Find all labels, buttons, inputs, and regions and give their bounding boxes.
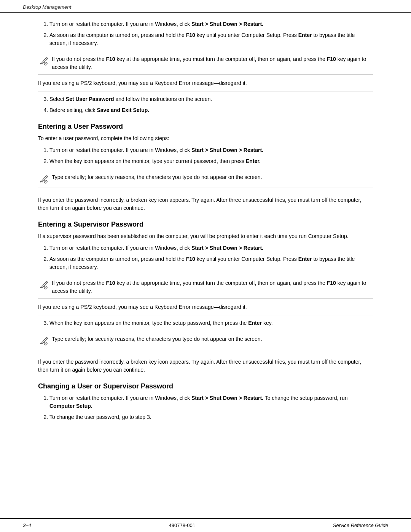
note-icon-3 bbox=[38, 279, 49, 290]
section-heading-1: Entering a User Password bbox=[38, 123, 373, 131]
note-text-4: Type carefully; for security reasons, th… bbox=[52, 335, 262, 343]
section-heading-3: Changing a User or Supervisor Password bbox=[38, 382, 373, 390]
note-icon-4 bbox=[38, 335, 49, 346]
header-bar: Desktop Management bbox=[0, 0, 411, 13]
section2-intro: If a supervisor password has been establ… bbox=[38, 232, 373, 240]
divider-2 bbox=[38, 192, 373, 192]
section2-step3: When the key icon appears on the monitor… bbox=[38, 319, 373, 327]
note-icon bbox=[38, 55, 49, 66]
list-item: Select Set User Password and follow the … bbox=[49, 95, 373, 103]
list-item: To change the user password, go to step … bbox=[49, 413, 373, 421]
note-text-1: If you do not press the F10 key at the a… bbox=[52, 55, 373, 71]
list-item: Turn on or restart the computer. If you … bbox=[49, 20, 373, 28]
note-text-2: Type carefully; for security reasons, th… bbox=[52, 173, 262, 181]
list-item: Before exiting, click Save and Exit Setu… bbox=[49, 106, 373, 114]
list-item: Turn on or restart the computer. If you … bbox=[49, 394, 373, 410]
divider-4 bbox=[38, 354, 373, 354]
list-item: Turn on or restart the computer. If you … bbox=[49, 244, 373, 252]
intro-steps: Turn on or restart the computer. If you … bbox=[38, 20, 373, 47]
footer-bar: 3–4 490778-001 Service Reference Guide bbox=[0, 518, 411, 532]
footer-page-number: 3–4 bbox=[23, 522, 31, 528]
note-icon-2 bbox=[38, 173, 49, 184]
list-item: As soon as the computer is turned on, pr… bbox=[49, 31, 373, 47]
divider-3 bbox=[38, 315, 373, 315]
section-heading-2: Entering a Supervisor Password bbox=[38, 220, 373, 228]
list-item: When the key icon appears on the monitor… bbox=[49, 157, 373, 165]
section2-steps: Turn on or restart the computer. If you … bbox=[38, 244, 373, 271]
list-item: As soon as the computer is turned on, pr… bbox=[49, 255, 373, 271]
section1-steps: Turn on or restart the computer. If you … bbox=[38, 146, 373, 165]
header-title: Desktop Management bbox=[23, 4, 71, 10]
list-item: Turn on or restart the computer. If you … bbox=[49, 146, 373, 154]
list-item: When the key icon appears on the monitor… bbox=[49, 319, 373, 327]
section1-intro: To enter a user password, complete the f… bbox=[38, 134, 373, 142]
section1-warning: If you enter the password incorrectly, a… bbox=[38, 196, 373, 212]
steps-3-4: Select Set User Password and follow the … bbox=[38, 95, 373, 114]
page-container: Desktop Management Turn on or restart th… bbox=[0, 0, 411, 532]
ps2-note-1: If you are using a PS/2 keyboard, you ma… bbox=[38, 79, 373, 87]
note-box-4: Type carefully; for security reasons, th… bbox=[38, 332, 373, 349]
footer-part-number: 490778-001 bbox=[169, 522, 195, 528]
note-box-3: If you do not press the F10 key at the a… bbox=[38, 276, 373, 299]
note-box-2: Type carefully; for security reasons, th… bbox=[38, 170, 373, 187]
note-box-1: If you do not press the F10 key at the a… bbox=[38, 52, 373, 75]
ps2-note-2: If you are using a PS/2 keyboard, you ma… bbox=[38, 303, 373, 311]
divider-1 bbox=[38, 91, 373, 91]
footer-guide-name: Service Reference Guide bbox=[333, 522, 388, 528]
section3-steps: Turn on or restart the computer. If you … bbox=[38, 394, 373, 421]
note-text-3: If you do not press the F10 key at the a… bbox=[52, 279, 373, 295]
section2-warning: If you enter the password incorrectly, a… bbox=[38, 358, 373, 374]
content-area: Turn on or restart the computer. If you … bbox=[0, 13, 411, 518]
